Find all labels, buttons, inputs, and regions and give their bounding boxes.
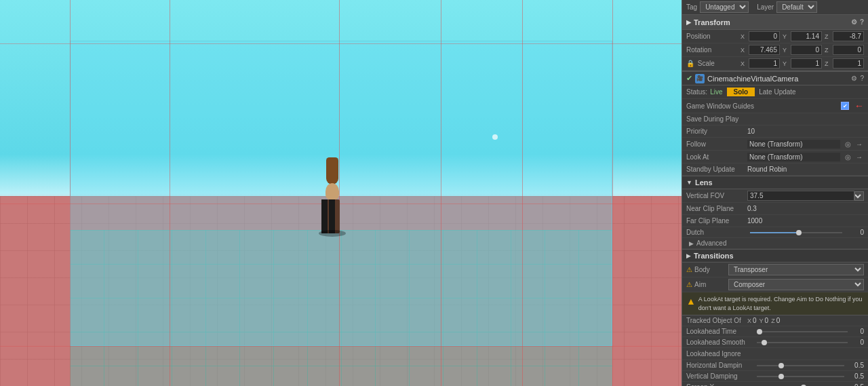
warning-triangle-icon: ▲ xyxy=(686,296,696,307)
look-at-clear-icon[interactable]: → xyxy=(854,152,864,161)
dutch-row: Dutch 0 xyxy=(682,227,868,238)
follow-pick-icon[interactable]: ◎ xyxy=(843,139,852,149)
scale-x-item: X 1 xyxy=(741,58,780,69)
save-during-play-row: Save During Play xyxy=(682,113,868,126)
tracked-z-item: Z 0 xyxy=(771,317,780,324)
look-at-value: None (Transform) xyxy=(747,153,840,161)
scale-x-input[interactable]: 1 xyxy=(749,58,780,69)
body-label: Body xyxy=(694,266,728,273)
component-icon: 🎥 xyxy=(695,74,705,83)
component-settings-icon[interactable]: ⚙ xyxy=(851,75,857,82)
scale-y-input[interactable]: 1 xyxy=(791,58,822,69)
priority-value[interactable]: 10 xyxy=(747,128,864,135)
tag-dropdown[interactable]: Untagged xyxy=(700,1,749,13)
standby-update-row: Standby Update Round Robin xyxy=(682,163,868,176)
follow-row: Follow None (Transform) ◎ → xyxy=(682,138,868,151)
game-window-label: Game Window Guides xyxy=(686,102,841,110)
position-y-item: Y 1.14 xyxy=(783,31,822,41)
dutch-slider-thumb[interactable] xyxy=(796,230,802,235)
rotation-x-input[interactable]: 7.465 xyxy=(749,45,780,55)
game-window-guides-row: Game Window Guides ✔ ← xyxy=(682,99,868,113)
lookahead-time-thumb[interactable] xyxy=(757,329,762,334)
grid-vline-left xyxy=(70,0,71,386)
late-update-label: Late Update xyxy=(759,88,796,96)
tag-label: Tag xyxy=(686,3,697,11)
component-right-icons: ⚙ ? xyxy=(851,75,864,82)
far-clip-plane-row: Far Clip Plane 1000 xyxy=(682,215,868,227)
scene-view xyxy=(0,0,682,386)
char-hair xyxy=(326,157,338,185)
dutch-slider-fill xyxy=(750,232,796,233)
vertical-damping-slider[interactable] xyxy=(757,376,844,377)
tracked-x-item: X 0 xyxy=(747,317,757,324)
rotation-label: Rotation xyxy=(686,46,741,54)
horizontal-damping-slider[interactable] xyxy=(757,365,844,366)
body-dropdown[interactable]: Transposer xyxy=(728,264,864,275)
grid-vline-right xyxy=(612,0,613,386)
aim-dropdown[interactable]: Composer xyxy=(728,279,864,290)
component-title: CinemachineVirtualCamera xyxy=(707,75,798,83)
lookahead-ignore-row: Lookahead Ignore xyxy=(682,348,868,360)
scale-z-input[interactable]: 1 xyxy=(833,58,864,69)
transform-icon-1: ⚙ xyxy=(851,18,857,26)
lookahead-smooth-thumb[interactable] xyxy=(762,340,767,345)
rotation-z-input[interactable]: 0 xyxy=(833,45,864,55)
near-clip-value[interactable]: 0.3 xyxy=(747,205,864,212)
position-y-input[interactable]: 1.14 xyxy=(791,31,822,41)
transform-arrow-icon: ▶ xyxy=(686,19,691,26)
tracked-y-value: 0 xyxy=(765,317,769,324)
look-at-pick-icon[interactable]: ◎ xyxy=(843,152,852,161)
far-clip-label: Far Clip Plane xyxy=(686,217,747,225)
lookahead-ignore-label: Lookahead Ignore xyxy=(686,350,747,358)
aim-row: ⚠ Aim Composer xyxy=(682,277,868,292)
transitions-header: ▶ Transitions xyxy=(682,249,868,263)
horizontal-damping-thumb[interactable] xyxy=(778,363,784,368)
char-head xyxy=(326,183,339,199)
position-x-item: X 0 xyxy=(741,31,780,41)
priority-label: Priority xyxy=(686,128,747,135)
scene-cursor xyxy=(492,134,498,140)
position-z-input[interactable]: -8.7 xyxy=(833,31,864,41)
game-window-checkbox[interactable]: ✔ xyxy=(841,102,849,110)
lookahead-time-label: Lookahead Time xyxy=(686,328,754,335)
lookahead-time-slider[interactable] xyxy=(757,331,848,332)
rotation-y-axis: Y xyxy=(783,47,789,54)
standby-update-value[interactable]: Round Robin xyxy=(747,166,864,173)
lens-header: ▼ Lens xyxy=(682,176,868,189)
scale-label-text: Scale xyxy=(698,60,715,67)
screen-x-label: Screen X xyxy=(686,383,754,386)
advanced-label[interactable]: Advanced xyxy=(696,239,726,247)
transform-icon-2: ? xyxy=(860,18,864,26)
scale-row: 🔒 Scale X 1 Y 1 Z 1 xyxy=(682,57,868,71)
vertical-fov-value[interactable]: 37.5 xyxy=(747,191,854,201)
vertical-damping-row: Vertical Damping 0.5 xyxy=(682,371,868,382)
status-label: Status: xyxy=(686,88,707,96)
follow-clear-icon[interactable]: → xyxy=(854,139,864,149)
lookahead-smooth-slider[interactable] xyxy=(757,342,848,343)
follow-label: Follow xyxy=(686,140,747,148)
grid-vline-4 xyxy=(522,0,523,386)
position-x-input[interactable]: 0 xyxy=(749,31,780,41)
transitions-title: Transitions xyxy=(694,252,734,260)
dutch-label: Dutch xyxy=(686,229,747,236)
dutch-slider[interactable] xyxy=(750,232,842,233)
solo-button[interactable]: Solo xyxy=(727,88,755,96)
screen-x-value: 0.5 xyxy=(847,383,864,386)
save-during-play-label: Save During Play xyxy=(686,115,747,123)
tracked-x-axis: X xyxy=(747,317,751,324)
vertical-damping-thumb[interactable] xyxy=(778,374,784,379)
look-at-label: Look At xyxy=(686,153,747,161)
vertical-fov-dropdown[interactable]: ▼ xyxy=(854,191,864,201)
scale-label: 🔒 Scale xyxy=(686,60,741,67)
far-clip-value[interactable]: 1000 xyxy=(747,217,864,225)
transform-title: Transform xyxy=(694,18,730,26)
layer-dropdown[interactable]: Default xyxy=(776,1,817,13)
rotation-y-input[interactable]: 0 xyxy=(791,45,822,55)
follow-value: None (Transform) xyxy=(747,140,840,149)
look-at-row: Look At None (Transform) ◎ → xyxy=(682,151,868,163)
component-help-icon[interactable]: ? xyxy=(860,75,864,82)
rotation-x-axis: X xyxy=(741,47,747,54)
warning-text: A LookAt target is required. Change Aim … xyxy=(698,295,864,312)
tracked-z-axis: Z xyxy=(771,317,775,324)
lookahead-smooth-value: 0 xyxy=(850,339,864,346)
